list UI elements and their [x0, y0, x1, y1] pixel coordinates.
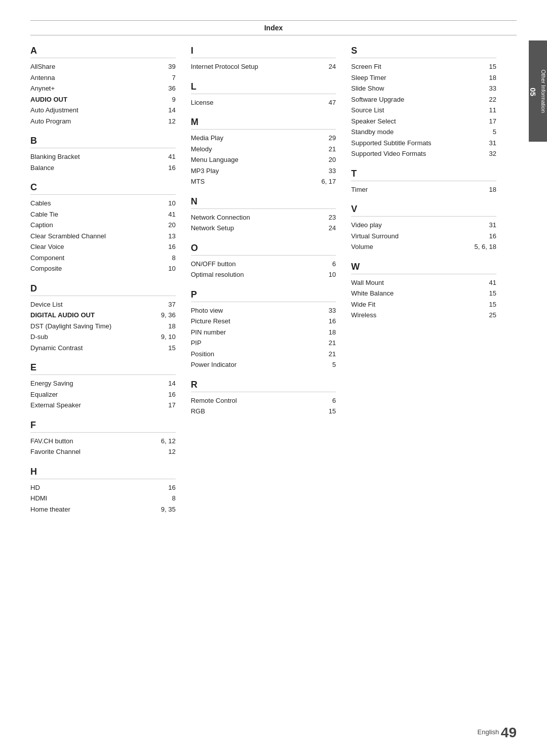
index-entry: Anynet+36	[30, 83, 176, 94]
index-entry: Network Connection23	[191, 212, 336, 223]
entry-name: Screen Fit	[351, 62, 381, 72]
entry-name: Volume	[351, 242, 373, 252]
footer: English 49	[478, 725, 517, 741]
entry-page: 33	[329, 166, 336, 176]
entry-name: Internet Protocol Setup	[191, 62, 258, 72]
entry-page: 17	[168, 400, 175, 410]
entry-name: Composite	[30, 264, 62, 274]
section-letter-W: W	[351, 262, 496, 274]
index-entry: Supported Video Formats32	[351, 148, 496, 159]
entry-name: MTS	[191, 177, 205, 187]
entry-page: 22	[489, 95, 496, 105]
content-grid: AAllShare39Antenna7Anynet+36AUDIO OUT9Au…	[30, 46, 517, 515]
entry-name: Melody	[191, 144, 212, 154]
section-letter-T: T	[351, 169, 496, 181]
entry-page: 18	[329, 327, 336, 338]
section-letter-B: B	[30, 136, 176, 148]
section-letter-V: V	[351, 204, 496, 217]
section-letter-O: O	[191, 243, 336, 256]
entry-page: 6	[332, 259, 336, 269]
entry-page: 24	[329, 223, 336, 233]
entry-page: 10	[168, 198, 175, 208]
entry-name: Virtual Surround	[351, 231, 399, 241]
index-entry: Internet Protocol Setup24	[191, 61, 336, 72]
entry-name: Network Setup	[191, 223, 234, 233]
page-container: 05 Other Information Index AAllShare39An…	[0, 0, 547, 756]
entry-page: 11	[489, 105, 496, 115]
index-entry: Software Upgrade22	[351, 94, 496, 105]
entry-name: FAV.CH button	[30, 436, 73, 446]
entry-name: License	[191, 98, 214, 108]
entry-name: Timer	[351, 185, 368, 195]
entry-name: Position	[191, 349, 214, 359]
entry-page: 9, 36	[161, 310, 176, 320]
footer-page: 49	[501, 725, 517, 740]
entry-name: Wireless	[351, 310, 376, 320]
entry-name: PIN number	[191, 327, 226, 338]
index-entry: Speaker Select17	[351, 116, 496, 127]
entry-name: Network Connection	[191, 213, 250, 223]
index-entry: MTS6, 17	[191, 176, 336, 187]
entry-name: Menu Language	[191, 155, 239, 165]
section-letter-S: S	[351, 46, 496, 58]
index-entry: ON/OFF button6	[191, 259, 336, 270]
entry-name: AllShare	[30, 62, 55, 72]
entry-name: Supported Video Formats	[351, 149, 426, 159]
section-letter-H: H	[30, 467, 176, 479]
entry-page: 13	[168, 231, 175, 241]
entry-page: 32	[489, 149, 496, 159]
entry-name: Software Upgrade	[351, 95, 404, 105]
index-entry: Supported Subtitle Formats31	[351, 138, 496, 149]
entry-page: 16	[489, 231, 496, 241]
entry-page: 15	[168, 343, 175, 353]
entry-page: 8	[172, 253, 175, 263]
entry-page: 18	[489, 73, 496, 83]
entry-page: 16	[329, 316, 336, 326]
section-letter-C: C	[30, 182, 176, 195]
index-entry: Standby mode5	[351, 127, 496, 138]
entry-name: Device List	[30, 300, 63, 310]
entry-name: Sleep Timer	[351, 73, 386, 83]
index-entry: Media Play29	[191, 133, 336, 144]
index-entry: Cable Tie41	[30, 209, 176, 220]
entry-name: RGB	[191, 406, 205, 416]
entry-page: 33	[489, 83, 496, 94]
entry-page: 10	[168, 264, 175, 274]
entry-page: 31	[489, 138, 496, 148]
entry-name: Picture Reset	[191, 316, 230, 326]
entry-page: 7	[172, 73, 175, 83]
index-entry: PIP21	[191, 338, 336, 349]
index-entry: White Balance15	[351, 288, 496, 299]
index-entry: Wall Mount41	[351, 277, 496, 288]
entry-page: 21	[329, 144, 336, 154]
entry-name: Speaker Select	[351, 116, 396, 127]
index-entry: Picture Reset16	[191, 316, 336, 327]
entry-page: 47	[329, 98, 336, 108]
entry-page: 37	[168, 300, 175, 310]
entry-page: 39	[168, 62, 175, 72]
entry-page: 10	[329, 270, 336, 280]
entry-name: Clear Scrambled Channel	[30, 231, 106, 241]
index-entry: Clear Voice16	[30, 241, 176, 253]
index-entry: Home theater9, 35	[30, 504, 176, 515]
side-tab: 05 Other Information	[529, 40, 547, 142]
index-entry: AUDIO OUT9	[30, 94, 176, 105]
entry-page: 9, 35	[161, 505, 176, 515]
entry-name: Home theater	[30, 505, 70, 515]
entry-page: 16	[168, 242, 175, 252]
entry-name: ON/OFF button	[191, 259, 236, 269]
index-entry: Dynamic Contrast15	[30, 343, 176, 354]
entry-name: MP3 Play	[191, 166, 219, 176]
entry-page: 21	[329, 349, 336, 359]
index-entry: AllShare39	[30, 61, 176, 72]
entry-page: 14	[168, 105, 175, 115]
entry-name: Cables	[30, 198, 51, 208]
index-entry: Component8	[30, 253, 176, 264]
index-entry: Device List37	[30, 299, 176, 310]
entry-name: Equalizer	[30, 390, 58, 400]
index-entry: Power Indicator5	[191, 359, 336, 370]
entry-name: HDMI	[30, 493, 47, 503]
entry-page: 5, 6, 18	[475, 242, 496, 252]
entry-page: 41	[168, 209, 175, 220]
index-entry: HD16	[30, 482, 176, 493]
